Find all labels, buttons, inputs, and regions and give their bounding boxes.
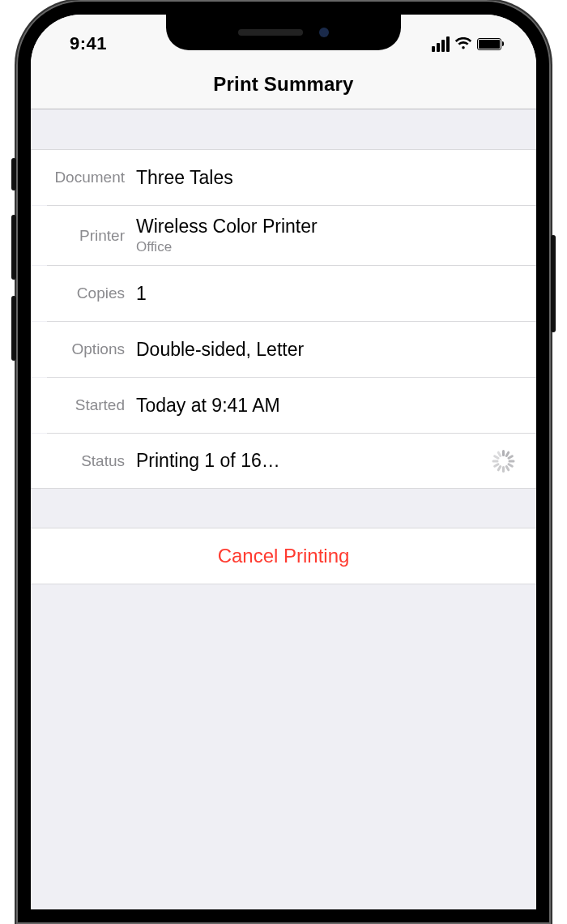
earpiece-speaker xyxy=(238,29,303,36)
screen: 9:41 Print Summary Document Three Tal xyxy=(31,15,536,909)
row-printer-label: Printer xyxy=(31,227,136,245)
battery-icon xyxy=(477,38,505,50)
row-started-label: Started xyxy=(31,396,136,414)
row-document-value: Three Tales xyxy=(136,167,520,189)
row-started-value: Today at 9:41 AM xyxy=(136,395,520,417)
printer-location: Office xyxy=(136,239,520,255)
spinner-icon xyxy=(491,450,514,473)
row-started: Started Today at 9:41 AM xyxy=(31,378,536,433)
side-button xyxy=(551,235,556,332)
row-printer: Printer Wireless Color Printer Office xyxy=(31,206,536,265)
row-printer-value: Wireless Color Printer Office xyxy=(136,216,520,255)
row-status: Status Printing 1 of 16… xyxy=(31,434,536,489)
status-icons xyxy=(432,36,513,52)
volume-down-button xyxy=(11,296,16,361)
status-time: 9:41 xyxy=(55,33,107,54)
navigation-bar: Print Summary xyxy=(31,62,536,109)
table-header-spacer xyxy=(31,109,536,150)
volume-up-button xyxy=(11,215,16,280)
mute-switch xyxy=(11,158,16,190)
row-options: Options Double-sided, Letter xyxy=(31,322,536,377)
row-copies-label: Copies xyxy=(31,284,136,302)
row-copies: Copies 1 xyxy=(31,266,536,321)
row-options-value: Double-sided, Letter xyxy=(136,339,520,361)
front-camera xyxy=(319,28,329,37)
row-document-label: Document xyxy=(31,169,136,186)
cellular-icon xyxy=(432,36,450,52)
row-document: Document Three Tales xyxy=(31,150,536,205)
page-title: Print Summary xyxy=(31,73,536,96)
row-options-label: Options xyxy=(31,340,136,358)
cancel-row[interactable]: Cancel Printing xyxy=(31,528,536,584)
phone-frame: 9:41 Print Summary Document Three Tal xyxy=(16,0,551,924)
group-gap xyxy=(31,489,536,528)
printer-name: Wireless Color Printer xyxy=(136,216,520,237)
wifi-icon xyxy=(454,37,472,50)
notch xyxy=(166,15,401,50)
cancel-printing-button[interactable]: Cancel Printing xyxy=(218,545,350,567)
row-status-value: Printing 1 of 16… xyxy=(136,450,491,472)
row-copies-value: 1 xyxy=(136,283,520,305)
row-status-label: Status xyxy=(31,452,136,470)
